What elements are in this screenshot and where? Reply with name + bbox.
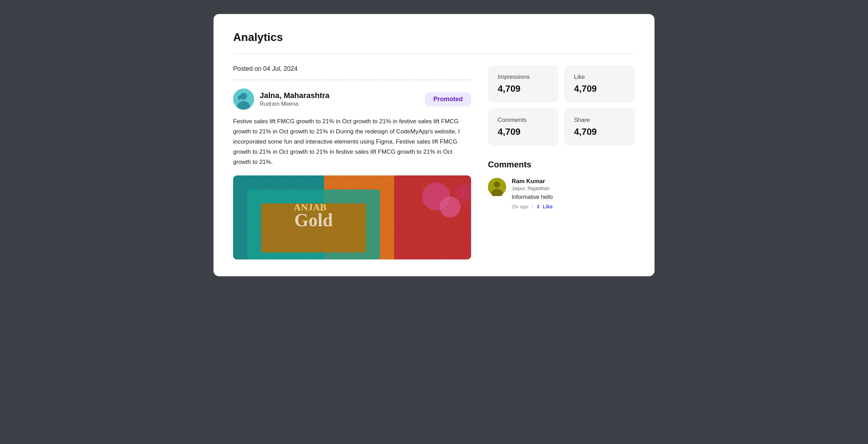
stat-value-comments: 4,709: [498, 126, 549, 137]
right-column: Impressions 4,709 Like 4,709 Comments 4,…: [488, 65, 635, 209]
stats-grid: Impressions 4,709 Like 4,709 Comments 4,…: [488, 65, 635, 146]
comment-footer: 2hr ago | 3 Like: [512, 204, 635, 209]
post-header: Jalna, Maharashtra Rudram Meena Promoted: [233, 89, 471, 110]
comment-author-name: Ram Kumar: [512, 178, 635, 185]
promoted-badge: Promoted: [425, 92, 471, 106]
dashed-divider: [233, 79, 471, 80]
left-column: Posted on 04 Jul, 2024: [233, 65, 471, 259]
stat-label-impressions: Impressions: [498, 74, 549, 81]
comment-like-button[interactable]: Like: [543, 204, 553, 209]
svg-point-16: [494, 181, 500, 188]
stat-value-impressions: 4,709: [498, 83, 549, 94]
comment-time: 2hr ago: [512, 204, 528, 209]
posted-date: Posted on 04 Jul, 2024: [233, 65, 471, 72]
comment-content: Ram Kumar Jaipur, Rajasthan Informative …: [512, 178, 635, 209]
comment-author-location: Jaipur, Rajasthan: [512, 186, 635, 191]
comment-likes-count: 3: [537, 204, 539, 209]
comment-item: Ram Kumar Jaipur, Rajasthan Informative …: [488, 178, 635, 209]
post-image-overlay: [233, 175, 471, 259]
stat-card-comments: Comments 4,709: [488, 108, 559, 146]
stat-value-share: 4,709: [574, 126, 625, 137]
comment-avatar-svg: [488, 178, 506, 196]
stat-card-like: Like 4,709: [564, 65, 635, 103]
title-divider: [233, 54, 635, 54]
stat-card-share: Share 4,709: [564, 108, 635, 146]
author-name: Jalna, Maharashtra: [260, 91, 329, 100]
post-image: Gold ANJAB: [233, 175, 471, 259]
stat-card-impressions: Impressions 4,709: [488, 65, 559, 103]
page-title: Analytics: [233, 31, 635, 44]
stat-label-share: Share: [574, 117, 625, 124]
svg-point-1: [240, 93, 247, 100]
svg-rect-3: [238, 96, 241, 100]
author-avatar: [233, 89, 254, 110]
stat-label-comments: Comments: [498, 117, 549, 124]
comment-separator: |: [532, 204, 533, 209]
comment-text: Informative hello: [512, 194, 635, 200]
author-info: Jalna, Maharashtra Rudram Meena: [260, 91, 329, 107]
content-layout: Posted on 04 Jul, 2024: [233, 65, 635, 259]
stat-value-like: 4,709: [574, 83, 625, 94]
avatar-svg: [233, 89, 254, 110]
comments-section-title: Comments: [488, 160, 635, 169]
author-sub-name: Rudram Meena: [260, 101, 329, 107]
stat-label-like: Like: [574, 74, 625, 81]
post-body: Festive sales lift FMCG growth to 21% in…: [233, 117, 471, 167]
main-container: Analytics Posted on 04 Jul, 2024: [214, 14, 654, 276]
post-author: Jalna, Maharashtra Rudram Meena: [233, 89, 329, 110]
avatar-image: [233, 89, 254, 110]
comment-avatar: [488, 178, 506, 196]
